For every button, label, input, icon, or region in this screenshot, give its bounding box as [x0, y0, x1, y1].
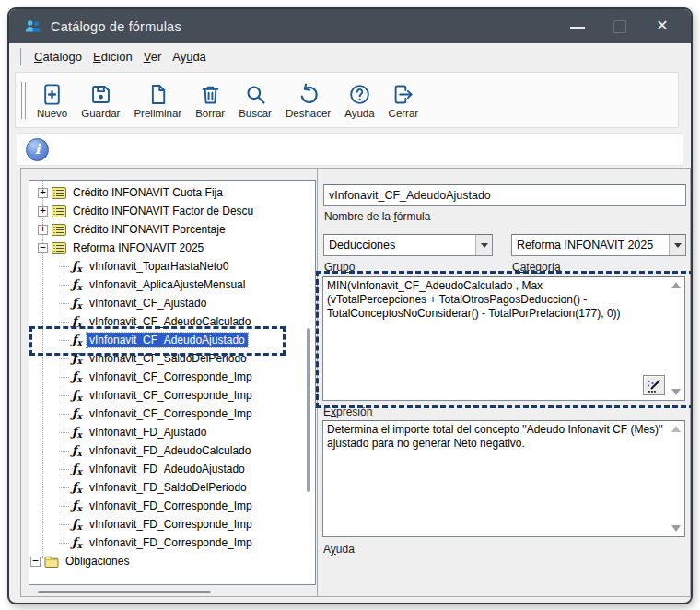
- save-icon: [88, 82, 113, 107]
- fx-function-icon: ƒx: [72, 388, 82, 403]
- ayuda-button[interactable]: Ayuda: [339, 80, 379, 121]
- expresion-label: Expresión: [323, 405, 372, 418]
- tree-connector: [59, 432, 69, 433]
- minimize-icon[interactable]: [564, 15, 591, 39]
- tree-item[interactable]: ƒxvInfonavit_AplicaAjusteMensual: [29, 276, 315, 294]
- window-title: Catálogo de fórmulas: [51, 19, 181, 34]
- tree-item[interactable]: ƒxvInfonavit_FD_AdeudoCalculado: [29, 441, 315, 460]
- tree-vscrollbar-thumb[interactable]: [307, 328, 310, 492]
- tree-item[interactable]: +Crédito INFONAVIT Cuota Fija: [29, 183, 315, 202]
- scroll-down-icon[interactable]: [671, 525, 681, 532]
- fx-function-icon: ƒx: [72, 480, 82, 495]
- tree-item[interactable]: −Reforma INFONAVIT 2025: [29, 239, 315, 257]
- tree-item-label: vInfonavit_CF_Ajustado: [87, 296, 209, 311]
- tree-item[interactable]: ƒxvInfonavit_ToparHastaNeto0: [29, 257, 315, 276]
- ayuda-text: Determina el importe total del concepto …: [327, 423, 666, 451]
- menu-ayuda[interactable]: Ayuda: [167, 46, 212, 67]
- name-label: Nombre de la fórmula: [324, 210, 430, 223]
- collapse-icon[interactable]: −: [38, 243, 48, 253]
- main-area: +Crédito INFONAVIT Cuota Fija+Crédito IN…: [20, 168, 691, 597]
- form-pane: Nombre de la fórmula Deducciones Grupo R…: [318, 169, 690, 596]
- menu-ver[interactable]: Ver: [138, 46, 168, 67]
- tree-item-label: Obligaciones: [63, 554, 132, 569]
- tree-item-label: vInfonavit_FD_Corresponde_Imp: [87, 535, 255, 550]
- tree-connector: [59, 451, 69, 452]
- tree-item-label: vInfonavit_FD_AdeudoCalculado: [87, 443, 253, 458]
- tree-item[interactable]: ƒxvInfonavit_CF_Corresponde_Imp: [29, 368, 315, 386]
- close-icon[interactable]: [648, 15, 676, 39]
- maximize-icon[interactable]: [606, 15, 634, 39]
- tree-item-label: Crédito INFONAVIT Factor de Descu: [70, 204, 256, 218]
- guardar-button[interactable]: Guardar: [76, 80, 125, 121]
- deshacer-button[interactable]: Deshacer: [280, 80, 336, 121]
- grupo-label: Grupo: [324, 261, 355, 274]
- borrar-button[interactable]: Borrar: [190, 80, 230, 121]
- menu-catalogo[interactable]: Catálogo: [29, 46, 88, 67]
- tree-item[interactable]: ƒxvInfonavit_FD_Corresponde_Imp: [29, 534, 315, 552]
- menubar-grip[interactable]: [17, 48, 21, 65]
- tree-connector: [59, 285, 69, 286]
- tree-item[interactable]: ƒxvInfonavit_CF_Corresponde_Imp: [29, 386, 315, 405]
- tree-item[interactable]: ƒxvInfonavit_FD_SaldoDelPeriodo: [29, 478, 315, 497]
- tree-item-label: vInfonavit_AplicaAjusteMensual: [87, 277, 248, 292]
- tree-connector: [59, 506, 69, 507]
- expand-icon[interactable]: +: [38, 225, 48, 235]
- tree-item[interactable]: −Obligaciones: [29, 552, 315, 570]
- tree-item[interactable]: ƒxvInfonavit_CF_SaldoDelPeriodo: [29, 349, 315, 368]
- exit-icon: [391, 82, 415, 107]
- tree-item-label: vInfonavit_CF_Corresponde_Imp: [87, 370, 255, 384]
- dropdown-arrow-icon[interactable]: [669, 235, 685, 255]
- fx-function-icon: ƒx: [72, 443, 82, 458]
- help-icon: [347, 82, 372, 107]
- toolbar: Nuevo Guardar Preliminar Borrar: [15, 72, 679, 128]
- tree-connector: [59, 322, 69, 323]
- categoria-select[interactable]: Reforma INFONAVIT 2025: [511, 234, 686, 256]
- tree-item[interactable]: ƒxvInfonavit_CF_AdeudoCalculado: [29, 312, 315, 331]
- formula-name-input[interactable]: [323, 184, 686, 206]
- tree-item-label: Reforma INFONAVIT 2025: [70, 240, 206, 255]
- scroll-up-icon[interactable]: [671, 282, 681, 288]
- tree-item-label: vInfonavit_FD_Corresponde_Imp: [87, 517, 255, 532]
- tree-connector: [59, 524, 69, 525]
- nuevo-button[interactable]: Nuevo: [31, 80, 73, 121]
- preliminar-button[interactable]: Preliminar: [128, 80, 187, 121]
- app-people-icon: [24, 18, 42, 36]
- expression-textarea[interactable]: MIN(vInfonavit_CF_AdeudoCalculado , Max …: [322, 276, 685, 401]
- dropdown-arrow-icon[interactable]: [475, 235, 492, 255]
- tree-item[interactable]: ƒxvInfonavit_FD_Corresponde_Imp: [29, 497, 315, 515]
- scroll-down-icon[interactable]: [671, 389, 681, 395]
- menu-edicion[interactable]: Edición: [88, 46, 138, 67]
- tree-item[interactable]: ƒxvInfonavit_CF_Corresponde_Imp: [29, 405, 315, 423]
- toolbar-label: Deshacer: [286, 108, 331, 119]
- tree-item[interactable]: +Crédito INFONAVIT Porcentaje: [29, 220, 315, 239]
- toolbar-label: Ayuda: [344, 108, 374, 119]
- undo-icon: [296, 82, 321, 107]
- toolbar-grip[interactable]: [21, 82, 26, 119]
- collapse-icon[interactable]: −: [30, 557, 41, 567]
- fx-function-icon: ƒx: [72, 259, 82, 274]
- tree-item[interactable]: ƒxvInfonavit_FD_AdeudoAjustado: [29, 460, 315, 478]
- tree-item[interactable]: ƒxvInfonavit_FD_Ajustado: [29, 423, 315, 441]
- fx-function-icon: ƒx: [72, 296, 82, 311]
- cerrar-button[interactable]: Cerrar: [383, 80, 425, 121]
- fx-function-icon: ƒx: [72, 314, 82, 329]
- grupo-select[interactable]: Deducciones: [323, 234, 493, 256]
- tree-hscrollbar-thumb[interactable]: [38, 591, 211, 593]
- formula-list-icon: [52, 187, 66, 199]
- formula-list-icon: [52, 224, 66, 236]
- tree-item[interactable]: +Crédito INFONAVIT Factor de Descu: [29, 202, 315, 220]
- tree-item[interactable]: ƒxvInfonavit_CF_Ajustado: [29, 294, 315, 312]
- trash-icon: [198, 82, 223, 107]
- formula-wizard-button[interactable]: [643, 375, 665, 395]
- grupo-selected-value: Deducciones: [329, 239, 395, 252]
- toolbar-label: Borrar: [195, 108, 225, 119]
- tree-item[interactable]: ƒxvInfonavit_CF_AdeudoAjustado: [29, 331, 315, 349]
- scroll-up-icon[interactable]: [671, 426, 681, 432]
- expand-icon[interactable]: +: [38, 206, 48, 217]
- expand-icon[interactable]: +: [38, 188, 48, 198]
- formula-list-icon: [52, 242, 66, 254]
- buscar-button[interactable]: Buscar: [233, 80, 277, 121]
- ayuda-textarea[interactable]: Determina el importe total del concepto …: [322, 420, 685, 537]
- tree-item[interactable]: ƒxvInfonavit_FD_Corresponde_Imp: [29, 515, 315, 534]
- formula-catalog-window: Catálogo de fórmulas Catálogo Edición Ve…: [7, 7, 693, 604]
